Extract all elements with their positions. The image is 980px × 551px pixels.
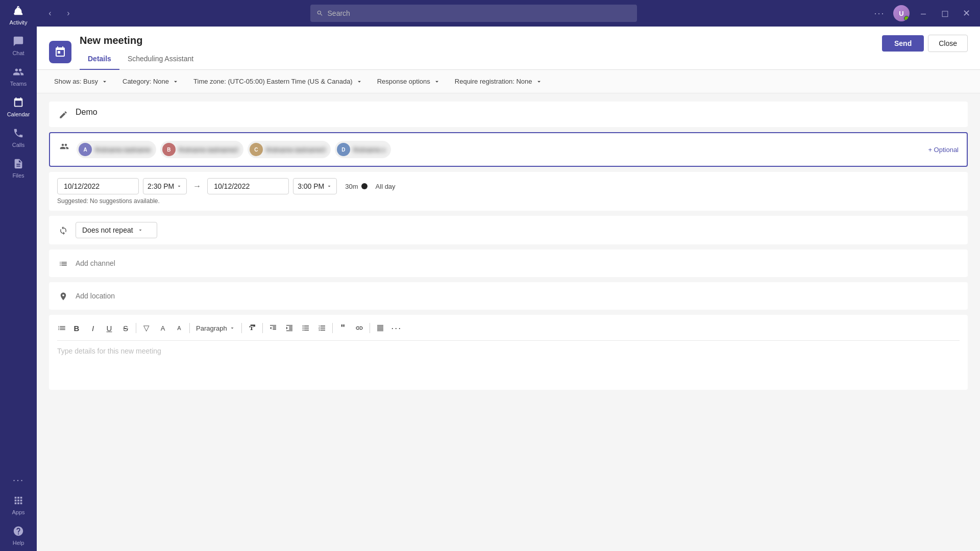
quote-button[interactable]: " [335,320,351,336]
sidebar-item-teams[interactable]: Teams [0,61,37,92]
editor-content[interactable]: Type details for this new meeting [57,341,960,382]
sidebar-item-files[interactable]: Files [0,153,37,184]
sidebar-item-more[interactable]: ··· [0,469,37,490]
category-dropdown[interactable]: Category: None [117,75,184,88]
repeat-row: Does not repeat [49,216,968,244]
more-options-button[interactable]: ··· [872,6,887,21]
location-input[interactable] [76,292,960,300]
require-registration-dropdown[interactable]: Require registration: None [450,75,548,88]
close-window-button[interactable]: ✕ [959,6,974,21]
paragraph-select[interactable]: Paragraph [192,322,239,334]
divider5 [332,323,333,333]
sidebar-item-apps-label: Apps [12,509,24,515]
repeat-icon [57,224,69,237]
channel-input[interactable] [76,259,960,267]
help-icon [13,525,24,538]
sidebar-item-apps[interactable]: Apps [0,490,37,520]
category-label: Category: None [122,78,169,85]
format-painter-button[interactable] [244,320,260,336]
maximize-button[interactable]: ◻ [937,6,952,21]
tab-details[interactable]: Details [80,51,119,70]
attendee-chip: A firstname.lastname [77,141,156,158]
sidebar-item-help-label: Help [13,540,24,546]
channel-row [49,249,968,277]
sidebar-item-chat[interactable]: Chat [0,31,37,61]
indent-button[interactable] [281,320,298,336]
bold-button[interactable]: B [68,320,85,336]
meeting-title-input[interactable] [76,108,960,117]
strikethrough-button[interactable]: S [117,320,134,336]
divider3 [241,323,242,333]
repeat-select[interactable]: Does not repeat [76,222,157,238]
sidebar-item-calls[interactable]: Calls [0,122,37,153]
sidebar-item-calendar[interactable]: Calendar [0,92,37,122]
nav-forward-button[interactable]: › [61,6,76,20]
list-icon-area [57,323,66,333]
tab-scheduling[interactable]: Scheduling Assistant [119,51,202,70]
sidebar-item-activity[interactable]: Activity [0,0,37,31]
editor-placeholder: Type details for this new meeting [57,347,161,355]
bullet-list-button[interactable] [298,320,314,336]
link-button[interactable] [351,320,368,336]
paragraph-label: Paragraph [196,324,227,332]
start-date-input[interactable] [57,178,139,194]
editor-row: B I U S ▽ A A Paragraph [49,315,968,390]
attendees-icon [58,140,70,153]
meeting-header: New meeting Details Scheduling Assistant… [37,27,980,70]
sidebar-item-chat-label: Chat [12,50,24,56]
apps-icon [13,495,24,508]
close-button[interactable]: Close [928,35,968,52]
attendee-chip: D firstname.x [335,141,391,158]
meeting-icon [49,41,71,63]
response-options-dropdown[interactable]: Response options [372,75,446,88]
underline-button[interactable]: U [101,320,117,336]
optional-link[interactable]: + Optional [928,146,959,154]
minimize-button[interactable]: – [916,6,931,21]
search-icon [316,10,324,17]
timezone-dropdown[interactable]: Time zone: (UTC-05:00) Eastern Time (US … [188,75,368,88]
titlebar: ‹ › ··· U – ◻ ✕ [37,0,980,27]
send-button[interactable]: Send [882,35,924,52]
channel-icon [57,258,69,270]
sidebar-item-files-label: Files [12,172,24,179]
end-date-input[interactable] [207,178,289,194]
italic-button[interactable]: I [85,320,101,336]
sidebar-item-activity-label: Activity [10,19,28,26]
title-field-content [76,108,960,117]
attendee-avatar: D [337,143,350,156]
attendee-avatar: C [250,143,263,156]
more-formatting-button[interactable]: ··· [388,320,405,336]
attendee-name: firstname.lastname [95,146,151,154]
align-button[interactable] [372,320,388,336]
datetime-fields: 2:30 PM → 3:00 PM 30m All day [57,178,960,194]
all-day-label: All day [376,183,396,190]
main-content: New meeting Details Scheduling Assistant… [37,27,980,551]
numbered-list-button[interactable] [314,320,330,336]
font-color-button[interactable]: ▽ [138,320,155,336]
titlebar-left: ‹ › [43,6,76,20]
attendee-avatar: A [79,143,92,156]
form-area: A firstname.lastname B firstname.lastnam… [37,93,980,551]
end-time-select[interactable]: 3:00 PM [293,178,337,194]
font-size-button[interactable]: A [171,320,187,336]
time-arrow-icon: → [191,182,203,191]
titlebar-right: ··· U – ◻ ✕ [872,5,974,21]
attendee-chip: B firstname.lastname2 [160,141,243,158]
avatar-initial: U [899,10,903,17]
nav-back-button[interactable]: ‹ [43,6,57,20]
editor-toolbar: B I U S ▽ A A Paragraph [57,315,960,341]
sidebar-item-help[interactable]: Help [0,520,37,551]
more-icon: ··· [13,474,24,485]
show-as-dropdown[interactable]: Show as: Busy [49,75,113,88]
highlight-button[interactable]: A [155,320,171,336]
meeting-header-left: New meeting Details Scheduling Assistant [49,35,202,69]
sidebar-item-calls-label: Calls [12,142,24,148]
divider6 [370,323,370,333]
start-time-select[interactable]: 2:30 PM [143,178,187,194]
sidebar-item-teams-label: Teams [10,81,27,87]
attendees-row: A firstname.lastname B firstname.lastnam… [49,132,968,167]
avatar[interactable]: U [893,5,910,21]
search-input[interactable] [328,9,631,17]
outdent-button[interactable] [265,320,281,336]
location-row [49,282,968,310]
